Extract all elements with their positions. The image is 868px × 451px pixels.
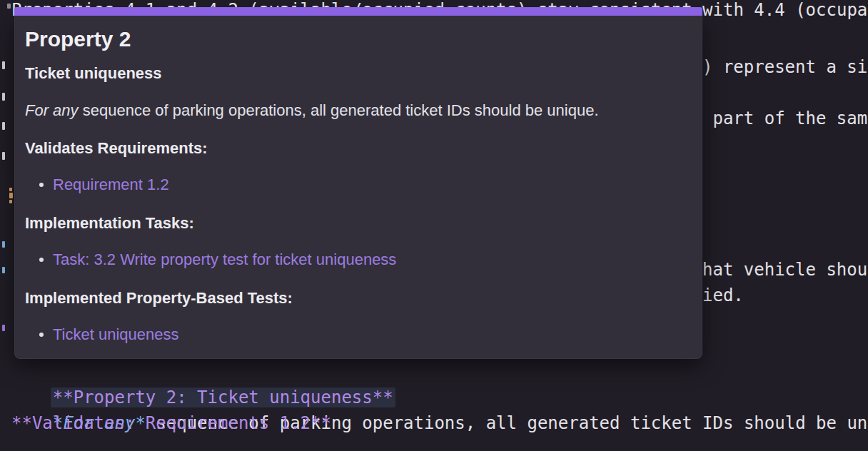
hover-title: Property 2 bbox=[25, 26, 692, 52]
property-statement: For any sequence of parking operations, … bbox=[25, 101, 692, 120]
code-line-validates[interactable]: **Validates: Requirements 1.2** bbox=[11, 410, 331, 436]
list-item: Requirement 1.2 bbox=[39, 176, 692, 196]
code-fragment bbox=[2, 93, 5, 101]
code-line-fragment[interactable]: part of the sam bbox=[702, 106, 867, 131]
code-fragment bbox=[9, 200, 12, 203]
code-line-fragment[interactable]: ied. bbox=[702, 283, 744, 308]
hover-resize-sash[interactable] bbox=[14, 7, 702, 16]
tasks-list: Task: 3.2 Write property test for ticket… bbox=[25, 250, 692, 270]
statement-emphasis: For any bbox=[25, 101, 79, 119]
list-item: Ticket uniqueness bbox=[39, 325, 692, 345]
code-fragment bbox=[2, 267, 5, 273]
requirement-link[interactable]: Requirement 1.2 bbox=[53, 176, 169, 193]
code-fragment bbox=[7, 4, 11, 9]
code-fragment bbox=[2, 152, 5, 160]
code-line-fragment[interactable]: hat vehicle shou bbox=[702, 257, 867, 283]
code-line-fragment[interactable]: ) represent a si bbox=[702, 54, 867, 80]
validates-list: Requirement 1.2 bbox=[25, 176, 692, 196]
test-link[interactable]: Ticket uniqueness bbox=[53, 325, 179, 343]
code-fragment bbox=[2, 61, 5, 69]
section-label-tasks: Implementation Tasks: bbox=[25, 214, 692, 233]
code-fragment bbox=[2, 241, 5, 248]
list-item: Task: 3.2 Write property test for ticket… bbox=[39, 250, 692, 270]
code-fragment bbox=[9, 193, 13, 198]
code-fragment bbox=[2, 122, 5, 130]
section-label-validates: Validates Requirements: bbox=[25, 139, 692, 158]
task-link[interactable]: Task: 3.2 Write property test for ticket… bbox=[53, 250, 396, 268]
code-fragment bbox=[2, 325, 5, 331]
statement-rest: sequence of parking operations, all gene… bbox=[79, 101, 599, 119]
hover-card: Property 2 Ticket uniqueness For any seq… bbox=[14, 16, 702, 359]
hover-subtitle: Ticket uniqueness bbox=[25, 64, 692, 83]
implemented-tests-list: Ticket uniqueness bbox=[25, 325, 692, 345]
code-fragment bbox=[9, 188, 12, 191]
section-label-implemented-tests: Implemented Property-Based Tests: bbox=[25, 289, 692, 308]
